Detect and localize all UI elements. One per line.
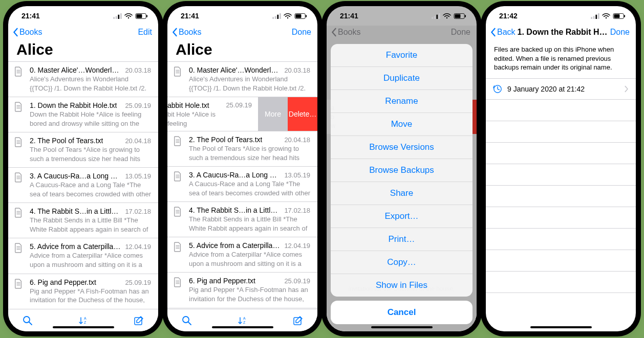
file-title: 6. Pig and Pepper.txt xyxy=(189,277,255,285)
chevron-left-icon xyxy=(171,28,178,37)
page-title: Alice xyxy=(8,41,158,61)
file-row[interactable]: 0. Master Alice'…Wonderland.txt 20.03.18… xyxy=(8,62,158,97)
search-icon[interactable] xyxy=(182,316,192,326)
battery-icon xyxy=(613,13,626,19)
backup-row[interactable]: 9 January 2020 at 21:42 xyxy=(486,78,636,100)
file-row[interactable]: 2. The Pool of Tears.txt 20.04.18 The Po… xyxy=(8,132,158,168)
status-bar: 21:42 xyxy=(486,6,636,26)
file-row[interactable]: 4. The Rabbit S…in a Little Bill.txt 17.… xyxy=(8,203,158,238)
document-icon xyxy=(174,206,185,233)
nav-bar: Back 1. Down the Rabbit Hole.txt Done xyxy=(486,26,636,41)
home-indicator[interactable] xyxy=(371,326,433,328)
sheet-item[interactable]: Browse Versions xyxy=(331,136,473,159)
file-row[interactable]: 3. A Caucus-Ra…a Long Tale.txt 13.05.19 … xyxy=(167,167,317,202)
swipe-more-button[interactable]: More xyxy=(258,97,288,131)
compose-icon[interactable] xyxy=(293,316,303,326)
file-row[interactable]: 4. The Rabbit S…in a Little Bill.txt 17.… xyxy=(167,202,317,237)
done-button[interactable]: Done xyxy=(292,28,311,37)
back-button[interactable]: Back xyxy=(490,28,516,37)
cancel-button[interactable]: Cancel xyxy=(331,301,473,324)
file-row[interactable]: 5. Advice from a Caterpillar.txt 12.04.1… xyxy=(8,238,158,274)
file-title: 0. Master Alice'…Wonderland.txt xyxy=(30,66,121,74)
sort-icon[interactable] xyxy=(78,316,89,326)
file-list[interactable]: 0. Master Alice'…Wonderland.txt 20.03.18… xyxy=(8,61,158,309)
file-date: 17.02.18 xyxy=(284,207,310,214)
sheet-item[interactable]: Share xyxy=(331,182,473,205)
file-date: 13.05.19 xyxy=(125,172,151,180)
back-button[interactable]: Books xyxy=(171,28,201,37)
file-date: 17.02.18 xyxy=(125,208,151,215)
file-row[interactable]: 0. Master Alice'…Wonderland.txt 20.03.18… xyxy=(167,62,317,97)
file-preview: Alice's Adventures in Wonderland {{TOC}}… xyxy=(189,75,310,93)
wifi-icon xyxy=(284,13,292,19)
chevron-left-icon xyxy=(12,28,18,37)
status-bar: 21:41 xyxy=(327,6,477,26)
document-icon xyxy=(14,278,26,305)
history-icon xyxy=(493,84,502,94)
sheet-item[interactable]: Rename xyxy=(331,90,473,113)
sheet-item[interactable]: Copy… xyxy=(331,251,473,274)
home-indicator[interactable] xyxy=(53,326,114,328)
file-date: 25.09.19 xyxy=(284,277,310,285)
file-row[interactable]: 3. A Caucus-Ra…a Long Tale.txt 13.05.19 … xyxy=(8,168,158,203)
sheet-item[interactable]: Export… xyxy=(331,205,473,228)
file-title: 3. A Caucus-Ra…a Long Tale.txt xyxy=(30,172,121,180)
sheet-group: FavoriteDuplicateRenameMoveBrowse Versio… xyxy=(331,44,473,297)
status-time: 21:41 xyxy=(22,12,40,20)
sheet-item[interactable]: Favorite xyxy=(331,44,473,67)
swipe-delete-button[interactable]: Delete… xyxy=(288,97,317,131)
file-row[interactable]: 2. The Pool of Tears.txt 20.04.18 The Po… xyxy=(167,131,317,167)
backup-date: 9 January 2020 at 21:42 xyxy=(507,85,585,93)
edit-button[interactable]: Edit xyxy=(138,28,152,37)
file-row-swiped[interactable]: abbit Hole.txt bit Hole *Alice is feelin… xyxy=(167,97,317,131)
file-date: 20.04.18 xyxy=(125,137,151,145)
file-date: 12.04.19 xyxy=(284,242,310,250)
battery-icon xyxy=(135,13,148,19)
file-preview: bit Hole *Alice is feelingowsy while sit… xyxy=(167,110,226,128)
file-date: 25.09.19 xyxy=(226,97,258,131)
file-preview: The Pool of Tears *Alice is growing to s… xyxy=(30,145,151,163)
file-preview: Down the Rabbit Hole *Alice is feeling b… xyxy=(30,110,151,128)
sheet-item[interactable]: Move xyxy=(331,113,473,136)
document-icon xyxy=(14,207,26,234)
back-button[interactable]: Books xyxy=(12,28,42,37)
status-time: 21:42 xyxy=(499,12,518,20)
file-title: 3. A Caucus-Ra…a Long Tale.txt xyxy=(189,171,280,179)
home-indicator[interactable] xyxy=(530,326,592,328)
action-sheet: FavoriteDuplicateRenameMoveBrowse Versio… xyxy=(331,44,473,324)
nav-bar: Books Edit xyxy=(8,26,158,41)
sheet-item[interactable]: Print… xyxy=(331,228,473,251)
file-date: 25.09.19 xyxy=(125,102,151,109)
file-row[interactable]: 6. Pig and Pepper.txt 25.09.19 Pig and P… xyxy=(8,274,158,309)
sheet-item[interactable]: Browse Backups xyxy=(331,159,473,182)
file-preview: The Rabbit Sends in a Little Bill *The W… xyxy=(189,215,310,233)
file-preview: Pig and Pepper *A Fish-Footman has an in… xyxy=(30,287,151,305)
file-date: 20.03.18 xyxy=(125,66,151,74)
screen-action-sheet: Books Done abw invitation for the Duches… xyxy=(327,6,477,331)
file-row[interactable]: 6. Pig and Pepper.txt 25.09.19 Pig and P… xyxy=(167,273,317,308)
status-icons xyxy=(113,13,148,19)
document-icon xyxy=(174,136,185,162)
compose-icon[interactable] xyxy=(134,316,144,326)
screen-swipe: 21:41 Books Done Alice 0. Master Alice'…… xyxy=(167,6,317,331)
file-preview: The Pool of Tears *Alice is growing to s… xyxy=(189,144,310,162)
file-row[interactable]: 5. Advice from a Caterpillar.txt 12.04.1… xyxy=(167,237,317,273)
search-icon[interactable] xyxy=(23,316,33,326)
file-row[interactable]: 1. Down the Rabbit Hole.txt 25.09.19 Dow… xyxy=(8,97,158,132)
file-title: 2. The Pool of Tears.txt xyxy=(30,137,103,145)
document-icon xyxy=(174,66,185,93)
sort-icon[interactable] xyxy=(238,316,248,326)
info-text: Files are backed up on this iPhone when … xyxy=(486,41,636,78)
battery-icon xyxy=(454,13,466,19)
signal-icon xyxy=(272,13,281,19)
done-button[interactable]: Done xyxy=(610,28,630,37)
file-title: abbit Hole.txt xyxy=(167,101,209,109)
screen-list: 21:41 Books Edit Alice 0. Master Alice'…… xyxy=(8,6,158,331)
file-date: 20.04.18 xyxy=(284,136,310,144)
home-indicator[interactable] xyxy=(212,326,273,328)
sheet-item[interactable]: Duplicate xyxy=(331,67,473,90)
sheet-item[interactable]: Show in Files xyxy=(331,274,473,297)
file-list[interactable]: 0. Master Alice'…Wonderland.txt 20.03.18… xyxy=(167,61,317,309)
screen-backups: 21:42 Back 1. Down the Rabbit Hole.txt D… xyxy=(486,6,636,331)
document-icon xyxy=(14,66,26,93)
